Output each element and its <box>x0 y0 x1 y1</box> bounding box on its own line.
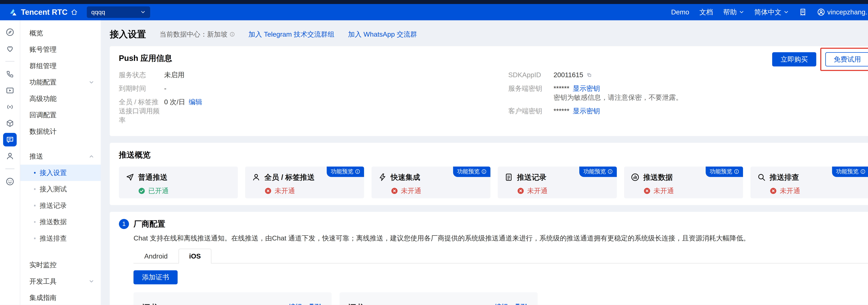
certificate-list: 证书 ID: 16451 编辑 删除 证书 ID: 16452 编辑 删除 <box>133 292 868 305</box>
client-key-masked: ****** <box>553 106 569 115</box>
tab-android[interactable]: Android <box>133 249 178 264</box>
sidebar-item-statistics[interactable]: 数据统计 <box>20 123 101 140</box>
sidebar-item-feature-config[interactable]: 功能配置 <box>20 74 101 91</box>
chevron-down-icon <box>739 9 744 14</box>
feedback-icon[interactable] <box>3 175 17 188</box>
step-header: 1 厂商配置 <box>119 218 868 229</box>
user-product-icon[interactable] <box>3 149 17 163</box>
certificate-delete-link[interactable]: 删除 <box>515 302 529 305</box>
tile-status-text: 未开通 <box>653 186 674 196</box>
app-selector[interactable]: qqqq <box>87 6 150 18</box>
service-status-value: 未启用 <box>164 70 184 79</box>
sidebar-item-realtime-monitor[interactable]: 实时监控 <box>20 257 101 273</box>
tile-name: 普通推送 <box>138 172 167 182</box>
tile-quick-integration[interactable]: 功能预览 快速集成 未开通 <box>372 167 490 198</box>
tile-push-troubleshoot[interactable]: 功能预览 推送排查 未开通 <box>750 167 868 198</box>
certificate-delete-link[interactable]: 删除 <box>309 302 322 305</box>
certificate-card: 证书 ID: 16452 编辑 删除 <box>340 292 538 305</box>
nav-help[interactable]: 帮助 <box>723 7 744 17</box>
step-body: Chat 支持在线和离线推送通知。在线推送，由Chat 通道下发，快速可靠；离线… <box>133 233 868 305</box>
x-circle-icon <box>265 187 272 195</box>
sidebar-item-label: 回调配置 <box>30 110 57 120</box>
nav-user-name: vincepzhang... <box>827 8 868 16</box>
rate-limit-label: 全员 / 标签推送接口调用频率 <box>119 98 164 125</box>
certificate-edit-link[interactable]: 编辑 <box>289 302 302 305</box>
tile-push-data[interactable]: 功能预览 推送数据 未开通 <box>624 167 743 198</box>
tile-status-text: 已开通 <box>148 186 168 196</box>
home-icon[interactable] <box>71 9 78 15</box>
app-selector-value: qqqq <box>91 9 105 16</box>
app-info-title: Push 应用信息 <box>119 53 868 64</box>
media-product-icon[interactable] <box>3 83 17 97</box>
free-trial-button[interactable]: 免费试用 <box>825 52 868 66</box>
engine-product-icon[interactable] <box>3 116 17 130</box>
badge-label: 功能预览 <box>836 168 859 175</box>
navbar-right: Demo 文档 帮助 简体中文 vincepzhang... <box>671 7 868 17</box>
sidebar-item-integration-guide[interactable]: 集成指南 <box>20 290 101 305</box>
feature-preview-badge[interactable]: 功能预览 <box>832 167 868 177</box>
feature-preview-badge[interactable]: 功能预览 <box>579 167 617 177</box>
tab-ios[interactable]: iOS <box>179 249 212 264</box>
sidebar-item-label: 群组管理 <box>30 61 57 71</box>
check-circle-icon <box>138 187 145 195</box>
sidebar-item-advanced[interactable]: 高级功能 <box>20 91 101 107</box>
chat-product-icon[interactable] <box>3 133 17 146</box>
sidebar-item-group[interactable]: 群组管理 <box>20 58 101 74</box>
sidebar-item-push-records[interactable]: 推送记录 <box>20 197 101 214</box>
tile-push-records[interactable]: 功能预览 推送记录 未开通 <box>498 167 617 198</box>
show-server-key-link[interactable]: 显示密钥 <box>573 84 600 93</box>
tile-name: 全员 / 标签推送 <box>265 172 315 182</box>
sidebar-item-dev-tools[interactable]: 开发工具 <box>20 273 101 290</box>
brand[interactable]: Tencent RTC <box>9 8 78 16</box>
info-icon[interactable] <box>230 32 235 37</box>
info-icon <box>860 169 865 174</box>
trial-wrap: 免费试用 <box>825 52 868 66</box>
sidebar-item-push-data[interactable]: 推送数据 <box>20 214 101 230</box>
sdkappid-label: SDKAppID <box>508 70 554 79</box>
chevron-up-icon <box>89 154 94 159</box>
rail-divider <box>5 168 14 169</box>
info-icon <box>355 169 360 174</box>
sidebar-item-callback[interactable]: 回调配置 <box>20 107 101 123</box>
key-security-note: 密钥为敏感信息，请注意保密，不要泄露。 <box>553 93 868 102</box>
show-client-key-link[interactable]: 显示密钥 <box>573 106 600 115</box>
nav-demo[interactable]: Demo <box>671 8 689 16</box>
sidebar-item-push[interactable]: 推送 <box>20 148 101 165</box>
feature-preview-badge[interactable]: 功能预览 <box>706 167 743 177</box>
chevron-down-icon <box>89 80 94 85</box>
favorites-icon[interactable] <box>3 42 17 55</box>
certificate-edit-link[interactable]: 编辑 <box>495 302 508 305</box>
expire-time-value: - <box>164 84 166 93</box>
top-navbar: Tencent RTC qqqq Demo 文档 帮助 简体中文 vincepz… <box>0 4 868 21</box>
nav-docs[interactable]: 文档 <box>700 7 713 17</box>
sidebar-item-account[interactable]: 账号管理 <box>20 41 101 58</box>
sidebar-item-overview[interactable]: 概览 <box>20 25 101 41</box>
overview-product-icon[interactable] <box>3 26 17 39</box>
sidebar-item-push-troubleshoot[interactable]: 推送排查 <box>20 230 101 247</box>
tile-all-member-push[interactable]: 功能预览 全员 / 标签推送 未开通 <box>245 167 364 198</box>
paper-plane-icon <box>126 173 134 181</box>
sidebar-item-access-test[interactable]: 接入测试 <box>20 181 101 197</box>
whatsapp-group-link[interactable]: 加入 WhatsApp 交流群 <box>348 30 417 39</box>
app-info-left-column: 服务状态 未启用 到期时间 - 全员 / 标签推送接口调用频率 0 次/日 编辑 <box>119 70 508 129</box>
rate-edit-link[interactable]: 编辑 <box>189 98 202 106</box>
info-icon <box>482 169 487 174</box>
add-certificate-button[interactable]: 添加证书 <box>133 270 178 284</box>
page-title: 接入设置 <box>110 28 146 40</box>
nav-user[interactable]: vincepzhang... <box>817 8 868 16</box>
sidebar-item-label: 数据统计 <box>30 127 57 136</box>
live-product-icon[interactable] <box>3 100 17 114</box>
feature-preview-badge[interactable]: 功能预览 <box>453 167 490 177</box>
call-product-icon[interactable] <box>3 67 17 81</box>
billing-icon[interactable] <box>799 8 807 16</box>
badge-label: 功能预览 <box>710 168 732 175</box>
sidebar-item-access-settings[interactable]: 接入设置 <box>20 165 101 181</box>
telegram-group-link[interactable]: 加入 Telegram 技术交流群组 <box>248 30 334 39</box>
tile-status-text: 未开通 <box>401 186 421 196</box>
copy-icon[interactable] <box>587 72 592 77</box>
nav-language[interactable]: 简体中文 <box>754 7 789 17</box>
buy-now-button[interactable]: 立即购买 <box>772 52 816 66</box>
tile-normal-push[interactable]: 普通推送 已开通 <box>119 167 238 198</box>
tile-name: 推送记录 <box>517 172 547 182</box>
feature-preview-badge[interactable]: 功能预览 <box>327 167 364 177</box>
